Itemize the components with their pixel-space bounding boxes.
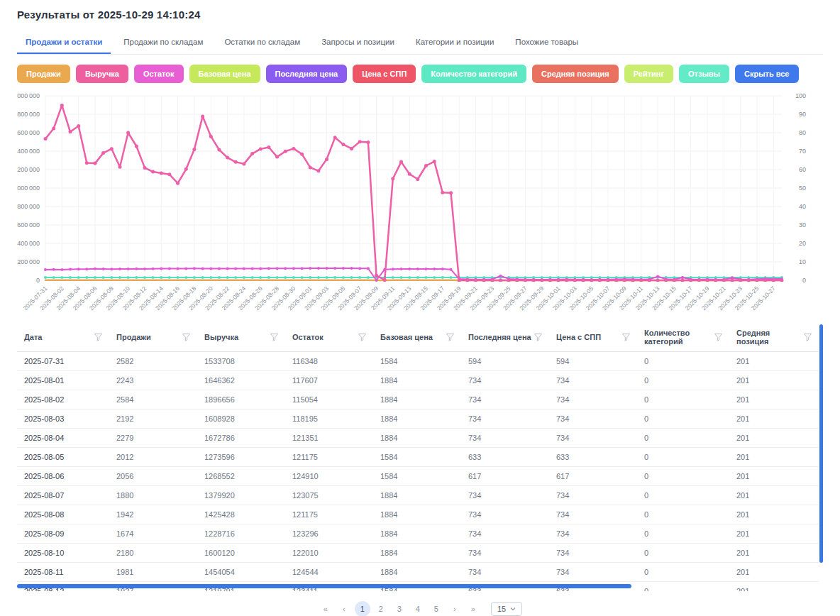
filter-icon[interactable] — [714, 334, 722, 341]
table-row[interactable]: 2025-08-07188013799201230751884734734020… — [17, 486, 819, 505]
cell: 1884 — [373, 486, 461, 505]
cell: 0 — [637, 429, 729, 448]
series-button-2[interactable]: Остаток — [134, 65, 184, 83]
filter-icon[interactable] — [622, 334, 630, 341]
cell: 2056 — [109, 467, 197, 486]
table-row[interactable]: 2025-08-04227916727861213511884734734020… — [17, 429, 819, 448]
right-axis-tick: 30 — [799, 221, 806, 229]
first-page-button[interactable]: « — [318, 601, 333, 616]
table-horizontal-scrollbar[interactable] — [17, 584, 631, 588]
column-label: Дата — [24, 333, 42, 341]
table-row[interactable]: 2025-08-10218016001201220101884734734020… — [17, 544, 819, 563]
page-button-5[interactable]: 5 — [429, 601, 444, 616]
cell: 1600120 — [197, 544, 285, 563]
page-button-2[interactable]: 2 — [373, 601, 389, 616]
series-line-Остаток — [45, 268, 782, 280]
cell: 201 — [729, 448, 819, 467]
cell: 2025-07-31 — [17, 352, 109, 371]
filter-icon[interactable] — [270, 334, 278, 341]
data-table: ДатаПродажиВыручкаОстатокБазовая ценаПос… — [17, 323, 819, 591]
cell: 201 — [729, 429, 819, 448]
table-row[interactable]: 2025-08-08194214254281211751884734734020… — [17, 505, 819, 524]
cell: 201 — [729, 390, 819, 409]
column-header-7: Количество категорий — [637, 323, 729, 352]
tab-4[interactable]: Категории и позиции — [407, 32, 502, 54]
results-page: Результаты от 2025-10-29 14:10:24 Продаж… — [0, 0, 840, 616]
cell: 1884 — [373, 429, 461, 448]
series-button-10[interactable]: Скрыть все — [735, 65, 799, 83]
last-page-button[interactable]: » — [465, 601, 481, 616]
table-row[interactable]: 2025-08-09167412287161232961884734734020… — [17, 524, 819, 544]
cell: 633 — [461, 448, 549, 467]
tab-2[interactable]: Остатки по складам — [216, 32, 309, 54]
cell: 2025-08-07 — [17, 486, 109, 505]
page-button-1[interactable]: 1 — [355, 601, 370, 616]
filter-icon[interactable] — [804, 334, 812, 341]
cell: 1674 — [109, 524, 197, 544]
cell: 734 — [549, 409, 637, 429]
page-button-4[interactable]: 4 — [410, 601, 426, 616]
cell: 734 — [549, 371, 637, 390]
column-header-2: Выручка — [197, 323, 285, 352]
cell: 121175 — [285, 448, 373, 467]
series-button-0[interactable]: Продажи — [17, 65, 70, 83]
table-row[interactable]: 2025-08-01224316463621176071884734734020… — [17, 371, 819, 390]
cell: 1533708 — [197, 352, 285, 371]
right-axis-tick: 80 — [799, 129, 806, 136]
cell: 1454054 — [197, 563, 285, 582]
next-page-button[interactable]: › — [447, 601, 463, 616]
table-row[interactable]: 2025-08-06205612685521249101584617617020… — [17, 467, 819, 486]
left-axis-tick: 1 800 000 — [17, 111, 40, 118]
series-button-3[interactable]: Базовая цена — [189, 65, 260, 83]
right-axis-tick: 0 — [802, 277, 806, 284]
table-row[interactable]: 2025-08-02258418966561150541884734734020… — [17, 390, 819, 409]
table-row[interactable]: 2025-08-05201212735961211751584633633020… — [17, 448, 819, 467]
series-button-5[interactable]: Цена с СПП — [353, 65, 416, 83]
prev-page-button[interactable]: ‹ — [336, 601, 352, 616]
series-button-6[interactable]: Количество категорий — [421, 65, 526, 83]
filter-icon[interactable] — [446, 334, 454, 341]
tab-3[interactable]: Запросы и позиции — [313, 32, 403, 54]
cell: 1884 — [373, 371, 461, 390]
chevron-down-icon — [510, 606, 516, 612]
cell: 2279 — [109, 429, 197, 448]
cell: 1584 — [373, 467, 461, 486]
cell: 118195 — [285, 409, 373, 429]
page-button-3[interactable]: 3 — [392, 601, 407, 616]
filter-icon[interactable] — [94, 334, 102, 341]
column-label: Базовая цена — [380, 333, 433, 341]
cell: 0 — [637, 486, 729, 505]
cell: 734 — [549, 486, 637, 505]
cell: 116348 — [285, 352, 373, 371]
column-label: Остаток — [292, 333, 324, 341]
filter-icon[interactable] — [182, 334, 190, 341]
series-button-7[interactable]: Средняя позиция — [532, 65, 619, 83]
series-button-4[interactable]: Последняя цена — [266, 65, 348, 83]
column-header-8: Средняя позиция — [729, 323, 819, 352]
left-axis-tick: 600 000 — [17, 221, 40, 229]
tab-0[interactable]: Продажи и остатки — [17, 32, 111, 54]
left-axis-tick: 400 000 — [17, 240, 40, 247]
series-button-1[interactable]: Выручка — [76, 65, 128, 83]
filter-icon[interactable] — [358, 334, 366, 341]
table-vertical-scrollbar[interactable] — [819, 324, 823, 563]
table-row[interactable]: 2025-08-11198114540541245441884734734020… — [17, 563, 819, 582]
series-button-8[interactable]: Рейтинг — [624, 65, 673, 83]
cell: 1880 — [109, 486, 197, 505]
page-size-select[interactable]: 15 — [491, 602, 522, 616]
filter-icon[interactable] — [534, 334, 542, 341]
cell: 734 — [461, 544, 549, 563]
cell: 2192 — [109, 409, 197, 429]
cell: 1608928 — [197, 409, 285, 429]
tab-1[interactable]: Продажи по складам — [115, 32, 211, 54]
cell: 2584 — [109, 390, 197, 409]
cell: 617 — [549, 467, 637, 486]
table-row[interactable]: 2025-07-31258215337081163481584594594020… — [17, 352, 819, 371]
tab-5[interactable]: Похожие товары — [507, 32, 587, 54]
left-axis-tick: 1 400 000 — [17, 148, 40, 155]
table-row[interactable]: 2025-08-03219216089281181951884734734020… — [17, 409, 819, 429]
series-button-9[interactable]: Отзывы — [679, 65, 729, 83]
column-label: Выручка — [204, 333, 238, 341]
cell: 1884 — [373, 563, 461, 582]
chart-canvas[interactable]: 0200 000400 000600 000800 0001 000 0001 … — [17, 89, 823, 317]
